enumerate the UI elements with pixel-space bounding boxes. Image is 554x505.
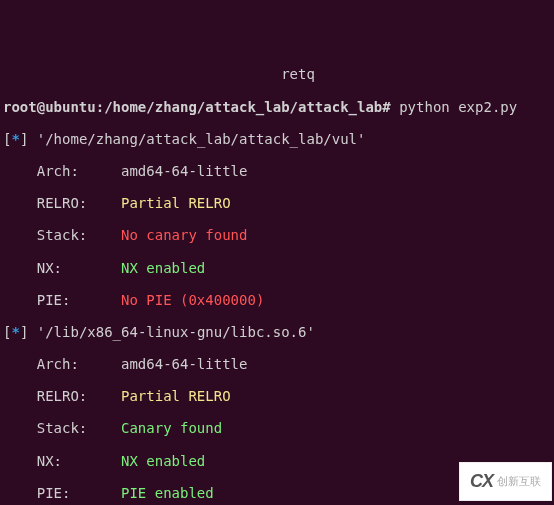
logo-text: 创新互联 [497, 475, 541, 488]
watermark-badge: CX 创新互联 [459, 462, 552, 501]
pie-line-1: PIE: No PIE (0x400000) [3, 292, 551, 308]
truncated-output: retq [3, 66, 551, 82]
logo-mark: CX [470, 471, 493, 492]
stack-line-2: Stack: Canary found [3, 420, 551, 436]
relro-line-2: RELRO: Partial RELRO [3, 388, 551, 404]
relro-line-1: RELRO: Partial RELRO [3, 195, 551, 211]
command-line: root@ubuntu:/home/zhang/attack_lab/attac… [3, 99, 551, 115]
stack-line-1: Stack: No canary found [3, 227, 551, 243]
shell-prompt: root@ubuntu:/home/zhang/attack_lab/attac… [3, 99, 391, 115]
checksec-header-2: [*] '/lib/x86_64-linux-gnu/libc.so.6' [3, 324, 551, 340]
checksec-header-1: [*] '/home/zhang/attack_lab/attack_lab/v… [3, 131, 551, 147]
arch-line-2: Arch: amd64-64-little [3, 356, 551, 372]
star-icon: * [11, 131, 19, 147]
arch-line-1: Arch: amd64-64-little [3, 163, 551, 179]
nx-line-1: NX: NX enabled [3, 260, 551, 276]
typed-command: python exp2.py [391, 99, 517, 115]
star-icon: * [11, 324, 19, 340]
